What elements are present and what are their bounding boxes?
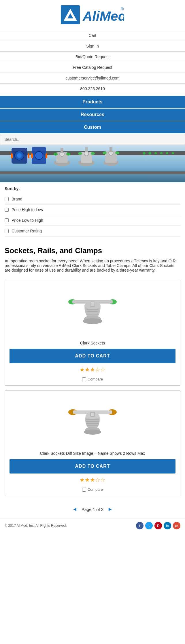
search-input[interactable] [0,134,185,145]
svg-point-14 [35,151,43,160]
svg-rect-46 [90,302,95,306]
pagination: ◄ Page 1 of 3 ► [0,501,185,518]
svg-rect-32 [110,147,112,152]
sort-section: Sort by: Brand Price High to Low Price L… [0,182,185,240]
catalog-link[interactable]: Free Catalog Request [0,62,185,73]
product-rating-1: ★★★☆☆ [5,363,180,376]
sort-rating-label: Customer Rating [12,229,42,233]
sort-rating-checkbox[interactable] [5,229,9,233]
twitter-icon[interactable]: t [145,522,153,529]
nav-resources[interactable]: Resources [0,109,185,121]
svg-point-22 [66,153,70,156]
product-image-1 [5,280,180,341]
svg-rect-20 [61,148,63,153]
compare-checkbox-1[interactable] [82,377,86,381]
product-image-2 [5,391,180,451]
logo[interactable]: AliMed ® [3,5,182,25]
svg-rect-9 [11,154,13,158]
sort-price-low-checkbox[interactable] [5,218,9,222]
category-title: Sockets, Rails, and Clamps [5,246,180,255]
bid-quote-link[interactable]: Bid/Quote Request [0,52,185,62]
svg-point-28 [91,152,95,155]
product-name-2: Clark Sockets Diff Size Image – Name Sho… [5,451,180,459]
sort-price-high-checkbox[interactable] [5,208,9,212]
product-card-1: Clark Sockets ADD TO CART ★★★☆☆ Compare [5,280,180,386]
compare-area-1: Compare [5,376,180,385]
sort-price-high: Price High to Low [5,204,180,215]
svg-point-12 [17,153,22,158]
svg-rect-10 [28,154,29,158]
google-plus-icon[interactable]: g+ [173,522,180,529]
facebook-icon[interactable]: f [136,522,144,529]
svg-point-33 [103,151,107,154]
cart-link[interactable]: Cart [0,30,185,41]
sort-price-high-label: Price High to Low [12,207,43,212]
hero-banner [0,145,185,182]
main-nav: Products Resources Custom [0,96,185,133]
svg-rect-7 [0,171,185,174]
footer: © 2017 AliMed, Inc. All Rights Reserved.… [0,518,185,533]
sort-price-low-label: Price Low to High [12,218,43,223]
svg-point-37 [154,152,157,154]
compare-label-2: Compare [88,487,103,492]
phone-link[interactable]: 800.225.2610 [0,84,185,94]
clark-socket-img-1 [67,286,118,335]
prev-page-button[interactable]: ◄ [72,506,78,512]
svg-point-35 [143,152,146,155]
svg-point-40 [172,152,174,154]
hero-image [0,145,185,182]
linkedin-icon[interactable]: in [164,522,171,529]
svg-point-39 [166,152,168,154]
signin-link[interactable]: Sign In [0,41,185,52]
product-rating-2: ★★★☆☆ [5,473,180,486]
copyright-text: © 2017 AliMed, Inc. All Rights Reserved. [5,524,67,528]
add-to-cart-button-2[interactable]: ADD TO CART [10,459,175,473]
sort-title: Sort by: [5,186,180,191]
svg-text:®: ® [121,7,124,11]
sort-price-low: Price Low to High [5,215,180,226]
product-name-1: Clark Sockets [5,341,180,349]
product-card-2: Clark Sockets Diff Size Image – Name Sho… [5,390,180,496]
sort-brand-checkbox[interactable] [5,197,9,201]
add-to-cart-button-1[interactable]: ADD TO CART [10,349,175,363]
nav-products[interactable]: Products [0,96,185,108]
svg-rect-58 [90,412,95,416]
nav-custom[interactable]: Custom [0,121,185,133]
next-page-button[interactable]: ► [107,506,113,512]
compare-area-2: Compare [5,486,180,496]
svg-rect-15 [31,154,33,158]
svg-point-34 [115,151,119,154]
sort-brand: Brand [5,194,180,204]
svg-rect-26 [85,147,88,152]
svg-point-21 [54,153,58,156]
pinterest-icon[interactable]: P [154,522,162,529]
clark-socket-img-2 [67,396,118,445]
compare-checkbox-2[interactable] [82,488,86,492]
svg-point-52 [83,318,102,324]
svg-rect-16 [46,154,47,158]
search-container [0,134,185,145]
page-info: Page 1 of 3 [82,507,104,512]
sort-rating: Customer Rating [5,226,180,236]
category-description: An operating room socket for every need!… [5,259,180,272]
svg-point-27 [78,152,82,155]
compare-label-1: Compare [88,377,103,381]
logo-svg: AliMed ® [61,5,124,25]
email-link[interactable]: customerservice@alimed.com [0,73,185,84]
social-icons: f t P in g+ [136,522,180,529]
sort-brand-label: Brand [12,197,22,201]
category-section: Sockets, Rails, and Clamps An operating … [0,240,185,275]
svg-point-36 [148,152,151,155]
svg-point-64 [84,429,101,435]
svg-point-38 [160,152,163,154]
header: AliMed ® Cart Sign In Bid/Quote Request … [0,0,185,94]
svg-text:AliMed: AliMed [82,9,124,24]
